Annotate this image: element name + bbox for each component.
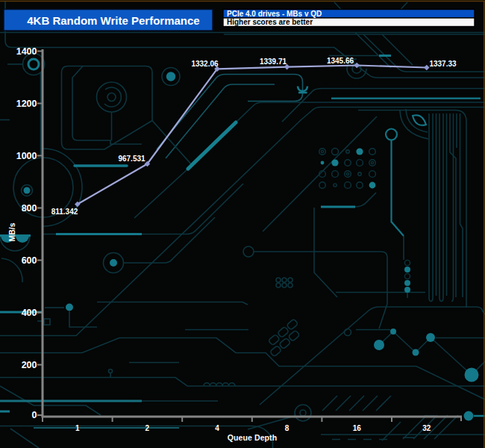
- svg-text:0: 0: [32, 410, 37, 420]
- svg-text:8: 8: [285, 424, 290, 432]
- svg-text:32: 32: [422, 424, 431, 432]
- svg-text:4KB Random Write Performance: 4KB Random Write Performance: [27, 14, 199, 27]
- svg-text:1339.71: 1339.71: [260, 57, 287, 66]
- svg-text:2: 2: [146, 424, 150, 432]
- svg-text:600: 600: [22, 255, 37, 266]
- svg-text:1332.06: 1332.06: [191, 60, 219, 68]
- svg-text:1337.33: 1337.33: [429, 60, 457, 68]
- svg-text:Queue Depth: Queue Depth: [228, 433, 277, 442]
- svg-text:Higher scores are better: Higher scores are better: [227, 18, 313, 26]
- svg-text:400: 400: [22, 308, 37, 318]
- svg-text:16: 16: [353, 424, 362, 432]
- svg-text:PCIe 4.0 drives - MBs v QD: PCIe 4.0 drives - MBs v QD: [227, 10, 322, 18]
- svg-text:1345.66: 1345.66: [327, 57, 354, 65]
- svg-text:800: 800: [22, 203, 37, 214]
- svg-text:967.531: 967.531: [118, 155, 146, 163]
- svg-text:1400: 1400: [16, 46, 37, 57]
- svg-text:1200: 1200: [16, 99, 37, 109]
- svg-text:4: 4: [215, 424, 219, 432]
- svg-text:1000: 1000: [16, 151, 37, 161]
- svg-text:1: 1: [75, 424, 80, 432]
- svg-text:200: 200: [22, 360, 37, 370]
- svg-text:811.342: 811.342: [51, 208, 78, 216]
- svg-text:MB/s: MB/s: [7, 223, 16, 241]
